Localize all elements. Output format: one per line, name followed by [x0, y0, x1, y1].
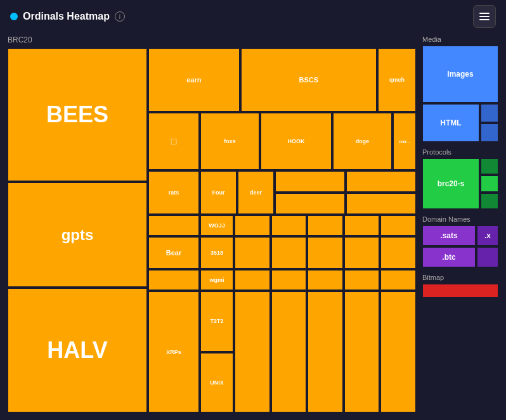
- mc4: [344, 215, 380, 236]
- mid-row2: □ foxs HOOK doge ow...: [148, 113, 416, 170]
- right-tall-col: [275, 171, 345, 214]
- bscs-cell[interactable]: BSCS: [241, 48, 377, 111]
- menu-button[interactable]: [473, 5, 496, 28]
- earn-cell[interactable]: earn: [148, 48, 240, 111]
- mc7: [271, 237, 307, 269]
- rats-cell[interactable]: rats: [148, 171, 199, 214]
- mc6: [235, 237, 270, 269]
- brc20-label: BRC20: [8, 33, 416, 48]
- mini-row-right: [235, 215, 416, 236]
- mc9: [344, 237, 380, 269]
- col-mid: earn BSCS qmch □ foxs HOOK doge ow...: [148, 48, 416, 412]
- bitmap-cell[interactable]: [422, 284, 498, 298]
- main-content: BRC20 BEES gpts HALV earn BSCS qmch: [0, 33, 506, 420]
- html-mini-col: [481, 104, 498, 142]
- n3518-cell[interactable]: 3518: [200, 237, 233, 269]
- wojj-cell[interactable]: WOJJ: [200, 215, 233, 236]
- menu-line-2: [479, 16, 490, 17]
- html-row: HTML: [422, 104, 498, 142]
- icon-box-cell[interactable]: □: [148, 113, 199, 170]
- proto-mini-2: [481, 175, 498, 191]
- bitmap-label: Bitmap: [422, 271, 498, 284]
- bees-cell[interactable]: BEES: [8, 48, 147, 181]
- mc2: [271, 215, 307, 236]
- mc18: [308, 291, 343, 412]
- domain-row2: .btc: [422, 247, 498, 267]
- unix-cell[interactable]: UNIX: [200, 353, 233, 413]
- deer-cell[interactable]: deer: [238, 171, 274, 214]
- heatmap-section: BRC20 BEES gpts HALV earn BSCS qmch: [8, 33, 416, 412]
- small-cell-1: [275, 171, 345, 192]
- bear-cell[interactable]: Bear: [148, 237, 199, 269]
- mini-row-right2: [235, 237, 416, 269]
- xrps-label: [148, 270, 199, 290]
- mc15: [380, 270, 416, 290]
- header-left: Ordinals Heatmap i: [10, 11, 125, 22]
- wgmi-cell[interactable]: wgmi: [200, 270, 233, 290]
- media-cells: Images HTML: [422, 46, 498, 142]
- doge-cell[interactable]: doge: [333, 113, 392, 170]
- mc8: [308, 237, 343, 269]
- proto-mini-1: [481, 158, 498, 174]
- mc14: [344, 270, 380, 290]
- menu-line-1: [479, 13, 490, 14]
- status-dot: [10, 13, 18, 20]
- menu-line-3: [479, 19, 490, 20]
- protocols-cells: brc20-s: [422, 158, 498, 209]
- right-sidebar: Media Images HTML Protocols brc20: [422, 33, 498, 412]
- protocols-label: Protocols: [422, 146, 498, 158]
- qmch-cell[interactable]: qmch: [378, 48, 416, 111]
- four-cell[interactable]: Four: [200, 171, 237, 214]
- mc1: [235, 215, 270, 236]
- t2t2-unix-col: T2T2 UNIX: [200, 291, 233, 412]
- info-icon[interactable]: i: [115, 11, 125, 22]
- domain-names-section: Domain Names .sats .x .btc: [422, 213, 498, 267]
- small-cell-2: [275, 193, 345, 214]
- btc-cell[interactable]: .btc: [422, 247, 476, 267]
- small-cell-3: [346, 171, 416, 192]
- halv-cell[interactable]: HALV: [8, 288, 147, 412]
- ow-cell[interactable]: ow...: [393, 113, 416, 170]
- mc19: [344, 291, 380, 412]
- brc20s-cell[interactable]: brc20-s: [422, 158, 479, 209]
- mc12: [271, 270, 307, 290]
- domain-mini: [477, 247, 498, 267]
- mid-row3: rats Four deer: [148, 171, 416, 412]
- app-header: Ordinals Heatmap i: [0, 0, 506, 33]
- mc16: [235, 291, 270, 412]
- mid-row3-top: rats Four deer: [148, 171, 416, 214]
- xrps-cell[interactable]: XRPs: [148, 291, 199, 412]
- media-label: Media: [422, 33, 498, 46]
- mc20: [380, 291, 416, 412]
- mc17: [271, 291, 307, 412]
- t2t2-unix-row: XRPs T2T2 UNIX: [148, 291, 416, 412]
- bitmap-section: Bitmap: [422, 271, 498, 298]
- mc10: [380, 237, 416, 269]
- mini-row-right3: [235, 270, 416, 290]
- protocols-section: Protocols brc20-s: [422, 146, 498, 209]
- wgmi-row: wgmi: [148, 270, 416, 290]
- domain-names-label: Domain Names: [422, 213, 498, 226]
- foxs-cell[interactable]: foxs: [200, 113, 259, 170]
- app-container: Ordinals Heatmap i BRC20 BEES gpts HALV: [0, 0, 506, 420]
- media-mini-2: [481, 124, 498, 142]
- col-left: BEES gpts HALV: [8, 48, 147, 412]
- protocols-mini-col: [481, 158, 498, 209]
- html-cell[interactable]: HTML: [422, 104, 479, 142]
- wojj-row: WOJJ: [148, 215, 416, 236]
- proto-mini-3: [481, 193, 498, 209]
- gpts-cell[interactable]: gpts: [8, 182, 147, 287]
- mc13: [308, 270, 343, 290]
- domain-cells: .sats .x .btc: [422, 226, 498, 267]
- t2t2-cell[interactable]: T2T2: [200, 291, 233, 352]
- x-cell[interactable]: .x: [477, 226, 498, 246]
- media-mini-1: [481, 104, 498, 122]
- small-cell-4: [346, 193, 416, 214]
- images-cell[interactable]: Images: [422, 46, 498, 103]
- mid-row1: earn BSCS qmch: [148, 48, 416, 111]
- media-section: Media Images HTML: [422, 33, 498, 142]
- bear-label-cell: [148, 215, 199, 236]
- sats-cell[interactable]: .sats: [422, 226, 476, 246]
- treemap: BEES gpts HALV earn BSCS qmch □ foxs: [8, 48, 416, 412]
- hook-cell[interactable]: HOOK: [261, 113, 332, 170]
